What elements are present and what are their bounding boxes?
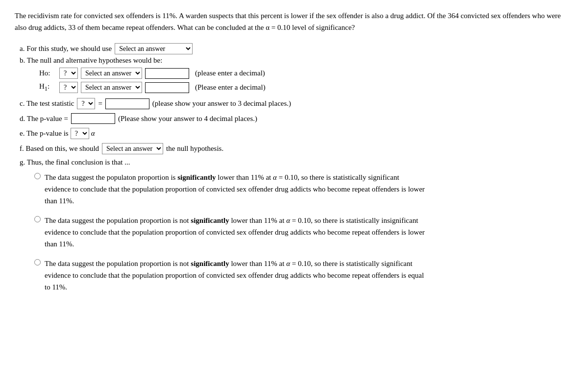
h1-label: H1: bbox=[39, 82, 56, 93]
h1-answer-select[interactable]: Select an answer p = 0.11 p < 0.11 p > 0… bbox=[81, 82, 142, 93]
conclusion-radio-1[interactable] bbox=[34, 173, 41, 179]
part-a-select[interactable]: Select an answer a one-proportion z-test… bbox=[115, 43, 193, 54]
part-c-symbol-select[interactable]: ? z t bbox=[77, 98, 95, 109]
ho-label: Ho: bbox=[39, 69, 56, 77]
ho-answer-select[interactable]: Select an answer p = 0.11 p < 0.11 p > 0… bbox=[81, 68, 142, 79]
part-f-select[interactable]: Select an answer reject fail to reject a… bbox=[102, 143, 163, 154]
part-b-label: b. The null and alternative hypotheses w… bbox=[20, 56, 573, 65]
conclusion-option-1-text: The data suggest the populaton proportio… bbox=[45, 171, 427, 207]
h1-symbol-select[interactable]: ? < > = ≤ ≥ ≠ bbox=[59, 82, 78, 93]
conclusion-option-3[interactable]: The data suggest the population proporti… bbox=[34, 258, 573, 293]
h1-value-input[interactable] bbox=[145, 82, 189, 93]
part-a-label: a. For this study, we should use bbox=[20, 45, 112, 53]
conclusion-radio-2[interactable] bbox=[34, 216, 41, 222]
h1-decimal-note: (Please enter a decimal) bbox=[195, 83, 266, 92]
conclusion-option-3-text: The data suggest the population proporti… bbox=[45, 258, 427, 293]
part-c-value-input[interactable] bbox=[105, 98, 149, 109]
part-d-label: d. The p-value = bbox=[20, 115, 68, 123]
ho-decimal-note: (please enter a decimal) bbox=[195, 69, 265, 77]
part-c-equals: = bbox=[98, 99, 102, 108]
conclusion-radio-3[interactable] bbox=[34, 259, 41, 265]
part-e-alpha: α bbox=[91, 129, 95, 138]
question-text: The recidivism rate for convicted sex of… bbox=[15, 10, 573, 33]
conclusion-option-2[interactable]: The data suggest the population proporti… bbox=[34, 215, 573, 250]
part-c-label: c. The test statistic bbox=[20, 99, 74, 108]
ho-symbol-select[interactable]: ? < > = ≤ ≥ ≠ bbox=[59, 68, 78, 79]
part-f-label-pre: f. Based on this, we should bbox=[20, 144, 99, 153]
ho-value-input[interactable] bbox=[145, 68, 189, 79]
conclusion-option-1[interactable]: The data suggest the populaton proportio… bbox=[34, 171, 573, 207]
conclusion-option-2-text: The data suggest the population proporti… bbox=[45, 215, 427, 250]
part-d-value-input[interactable] bbox=[71, 113, 115, 124]
part-e-label: e. The p-value is bbox=[20, 129, 69, 138]
part-e-symbol-select[interactable]: ? < > = ≤ ≥ bbox=[71, 128, 89, 139]
part-g-label: g. Thus, the final conclusion is that ..… bbox=[20, 158, 130, 166]
part-c-decimal-note: (please show your answer to 3 decimal pl… bbox=[152, 99, 291, 108]
part-f-label-post: the null hypothesis. bbox=[166, 144, 223, 153]
part-d-decimal-note: (Please show your answer to 4 decimal pl… bbox=[118, 115, 257, 123]
